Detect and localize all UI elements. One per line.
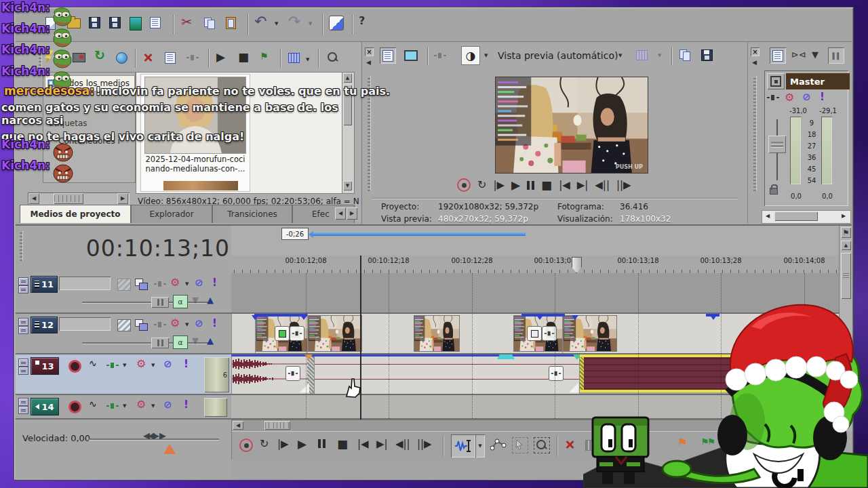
- open-project-button[interactable]: [67, 18, 81, 28]
- make-parent-button[interactable]: ▲: [207, 296, 214, 304]
- invert-phase-button[interactable]: ∿: [89, 359, 96, 368]
- video-properties-button[interactable]: [380, 47, 396, 64]
- record-arm-button[interactable]: [68, 360, 81, 373]
- dock-grip[interactable]: [368, 76, 371, 191]
- media-stop-button[interactable]: ■: [238, 52, 249, 63]
- tab-scroll-left[interactable]: ◀: [335, 207, 346, 220]
- stop-button[interactable]: ■: [541, 180, 552, 191]
- composite-alpha-icon[interactable]: α: [173, 336, 188, 349]
- track-fx-button[interactable]: ⚙: [170, 318, 180, 329]
- preview-quality-button[interactable]: ◑: [461, 46, 480, 65]
- overlays-dropdown[interactable]: ▼: [658, 53, 661, 58]
- new-project-button[interactable]: [45, 17, 56, 30]
- scroll-thumb[interactable]: [343, 85, 352, 125]
- invert-phase-button[interactable]: ∿: [89, 399, 96, 409]
- automation-dropdown[interactable]: ▼: [151, 363, 155, 368]
- close-icon[interactable]: ×: [365, 47, 374, 56]
- next-frame-button[interactable]: ||▶: [616, 180, 631, 190]
- pause-button[interactable]: [527, 181, 534, 190]
- automation-button[interactable]: ⚙: [136, 359, 146, 369]
- track-number[interactable]: 11: [31, 276, 58, 293]
- event-marker[interactable]: [572, 315, 578, 320]
- lock-fader-icon[interactable]: [770, 184, 778, 195]
- tab-explorer[interactable]: Explorador: [131, 205, 212, 223]
- scroll-thumb[interactable]: [774, 211, 818, 221]
- track-header-11[interactable]: 11 ⚙ ▼ ⊘ ! α ▼ ▲: [16, 273, 231, 312]
- dim-output-button[interactable]: ▼: [812, 50, 818, 59]
- make-child-button[interactable]: ▼: [192, 336, 199, 345]
- event-pan-crop-icon[interactable]: [527, 326, 542, 341]
- media-search-button[interactable]: [328, 52, 337, 62]
- scroll-left-button[interactable]: ◀: [764, 212, 772, 220]
- paste-button[interactable]: [226, 17, 236, 29]
- event-fx-icon[interactable]: [290, 326, 304, 341]
- automation-button[interactable]: ⚙: [136, 399, 146, 410]
- track-fx-dropdown[interactable]: ▼: [185, 322, 189, 327]
- track-fx-button[interactable]: ⚙: [170, 277, 180, 288]
- play-from-start-button[interactable]: |▶: [493, 180, 505, 190]
- loop-playback-button[interactable]: ↻: [477, 180, 486, 190]
- event-fx-icon[interactable]: [285, 366, 300, 381]
- media-item-selected[interactable]: 2025-12-04-morufun-coci nando-medialunas…: [140, 74, 250, 192]
- record-button[interactable]: [239, 439, 253, 452]
- track-number[interactable]: 13: [31, 357, 59, 375]
- zoom-tool-button[interactable]: [534, 437, 550, 453]
- marker-bar[interactable]: -0;26: [231, 226, 839, 256]
- mixer-properties-button[interactable]: [770, 47, 786, 64]
- track-header-12[interactable]: 12 ⚙ ▼ ⊘ ! α ▼ ▲: [16, 314, 231, 353]
- cut-button[interactable]: ✂: [181, 16, 192, 28]
- track-restore-button[interactable]: [18, 367, 28, 375]
- quality-dropdown[interactable]: ▼: [484, 53, 488, 58]
- play-button[interactable]: ▶: [511, 180, 520, 191]
- event-fx-icon[interactable]: [549, 366, 564, 381]
- bus-pan-icon[interactable]: [767, 95, 779, 100]
- insert-fx-button[interactable]: [106, 403, 119, 409]
- media-autopreview-button[interactable]: ⚑: [260, 52, 269, 61]
- loop-playback-button[interactable]: ↻: [260, 439, 269, 449]
- level-slider-track[interactable]: [82, 342, 208, 344]
- tab-scroll-right[interactable]: ▶: [347, 207, 357, 220]
- get-media-web-button[interactable]: ↻: [94, 49, 105, 62]
- downmix-button[interactable]: ⊳⊲: [791, 50, 806, 59]
- scroll-right-button[interactable]: ▶: [117, 193, 128, 204]
- go-to-end-button[interactable]: ▶|: [376, 439, 388, 449]
- track-volume-fader[interactable]: 6: [204, 357, 229, 392]
- track-name-field[interactable]: [59, 317, 111, 331]
- bolt-icon[interactable]: [44, 50, 54, 64]
- scroll-down-button[interactable]: ▼: [343, 181, 352, 190]
- compositing-mode-button[interactable]: [135, 279, 147, 289]
- edit-tool-button[interactable]: [451, 434, 475, 458]
- event-marker[interactable]: [252, 315, 258, 320]
- remove-media-button[interactable]: [143, 53, 153, 62]
- save-snapshot-button[interactable]: [701, 49, 713, 61]
- help-button[interactable]: ?: [359, 16, 365, 26]
- track-header-14[interactable]: 14 ∿ ▼ ⚙ ▼ ⊘ !: [16, 395, 231, 418]
- timecode-display[interactable]: 00:10:13;10: [36, 235, 230, 262]
- loop-region-bar[interactable]: [313, 232, 526, 236]
- pin-icon[interactable]: ◀: [752, 60, 757, 66]
- next-frame-button[interactable]: ||▶: [417, 439, 432, 449]
- track-restore-button[interactable]: [18, 285, 28, 293]
- previous-frame-button[interactable]: ◀||: [595, 180, 610, 190]
- track-minimize-button[interactable]: [18, 277, 28, 285]
- track-minimize-button[interactable]: [18, 398, 28, 406]
- dock-grip[interactable]: [39, 46, 42, 69]
- media-play-button[interactable]: ▶: [216, 52, 225, 63]
- compositing-mode-button[interactable]: [135, 319, 147, 330]
- level-slider-track[interactable]: [82, 302, 208, 303]
- selection-tool-button[interactable]: [512, 437, 528, 453]
- go-to-end-button[interactable]: ▶|: [577, 180, 589, 190]
- track-number[interactable]: 12: [31, 317, 58, 333]
- save-project-button[interactable]: [89, 17, 100, 28]
- media-item-next-partial[interactable]: [163, 181, 238, 190]
- import-media-button[interactable]: [130, 17, 142, 30]
- undo-dropdown[interactable]: ▼: [275, 21, 278, 26]
- track-minimize-button[interactable]: [18, 359, 28, 367]
- marker-tool-icon[interactable]: ⚑: [841, 227, 851, 238]
- scroll-right-button[interactable]: ▶: [840, 212, 848, 220]
- fade-handle[interactable]: [300, 383, 309, 392]
- track-volume-fader[interactable]: [204, 398, 227, 417]
- master-fader-thumb[interactable]: [768, 136, 786, 153]
- dock-grip[interactable]: [20, 231, 23, 261]
- copy-button[interactable]: [204, 18, 215, 28]
